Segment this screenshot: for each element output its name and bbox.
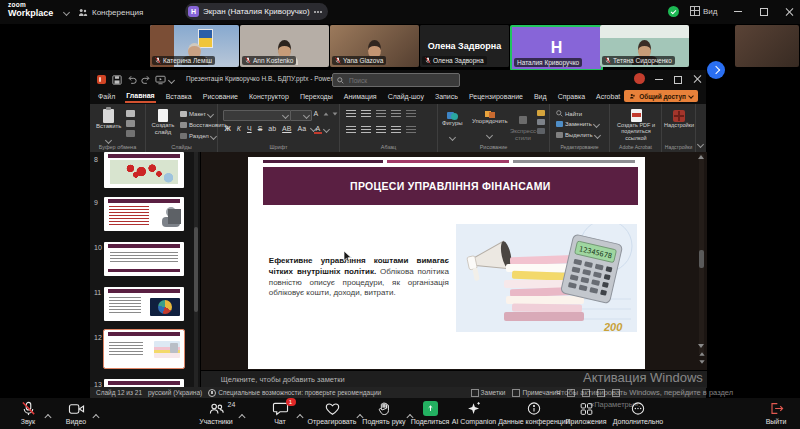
reading-view-icon[interactable] xyxy=(597,389,605,397)
font-size-select[interactable] xyxy=(290,110,312,121)
align-left-icon[interactable] xyxy=(346,126,356,134)
italic-button[interactable]: К xyxy=(235,125,242,132)
decrease-indent-icon[interactable] xyxy=(376,110,386,118)
underline-button[interactable]: Ч xyxy=(245,125,253,132)
copy-icon[interactable] xyxy=(126,120,135,127)
paste-button[interactable]: Вставить xyxy=(96,109,121,147)
window-maximize-button[interactable] xyxy=(760,8,768,16)
next-slide-button[interactable] xyxy=(699,360,704,364)
search-input[interactable] xyxy=(347,76,451,85)
participants-options-chevron[interactable] xyxy=(240,406,245,424)
workspace-chevron-icon[interactable] xyxy=(63,9,70,16)
slide-thumbnail-12-selected[interactable] xyxy=(104,330,184,368)
video-options-chevron[interactable] xyxy=(94,406,99,424)
slide-thumbnail-10[interactable] xyxy=(104,242,184,276)
shapes-button[interactable]: Фигуры xyxy=(442,110,463,144)
tab-screen-share[interactable]: Н Экран (Наталия Криворучко) xyxy=(185,3,328,20)
create-pdf-button[interactable]: Создать PDF и поделиться ссылкой xyxy=(610,109,662,141)
undo-icon[interactable] xyxy=(127,75,137,85)
new-slide-button[interactable]: Создать слайд xyxy=(149,109,177,135)
tab-meeting[interactable]: Конференция xyxy=(78,4,143,20)
slide-thumbnail-13[interactable] xyxy=(104,379,184,387)
slide-canvas[interactable]: ПРОЦЕСИ УПРАВЛІННЯ ФІНАНСАМИ Ефективне у… xyxy=(248,157,645,369)
quick-access-chevron-icon[interactable] xyxy=(168,77,175,84)
menu-tab-review[interactable]: Рецензирование xyxy=(468,91,524,102)
menu-tab-file[interactable]: Файл xyxy=(97,91,116,102)
find-button[interactable]: Найти xyxy=(556,110,582,117)
addins-button[interactable]: Надстройки xyxy=(662,110,696,128)
ppt-restore-button[interactable] xyxy=(674,76,682,84)
replace-button[interactable]: Заменить xyxy=(556,121,599,127)
shape-outline-icon[interactable] xyxy=(537,119,545,125)
columns-icon[interactable] xyxy=(406,126,416,134)
slide-sorter-icon[interactable] xyxy=(582,389,590,397)
menu-tab-slideshow[interactable]: Слайд-шоу xyxy=(387,91,425,102)
participant-tile-active-speaker[interactable]: Н Наталия Криворучко xyxy=(510,25,603,71)
menu-tab-transitions[interactable]: Переходы xyxy=(299,91,334,102)
scroll-up-icon[interactable] xyxy=(698,155,704,159)
leave-button[interactable]: Выйти xyxy=(741,400,800,425)
slide-thumbnail-11[interactable] xyxy=(104,287,184,321)
powerpoint-logo-icon[interactable] xyxy=(97,75,106,84)
character-spacing-button[interactable]: ab xyxy=(267,125,278,132)
notes-toggle-button[interactable]: Заметки xyxy=(471,389,506,397)
security-shield-icon[interactable] xyxy=(668,6,679,17)
save-icon[interactable] xyxy=(112,75,122,85)
ppt-minimize-button[interactable] xyxy=(655,79,663,80)
previous-slide-button[interactable] xyxy=(699,352,704,356)
quick-styles-button[interactable]: Экспресс-стили xyxy=(510,110,536,141)
bold-button[interactable]: Ж xyxy=(223,125,232,132)
format-painter-icon[interactable] xyxy=(126,130,135,137)
view-button[interactable]: Вид xyxy=(690,6,717,16)
share-access-button[interactable]: Общий доступ xyxy=(624,90,698,102)
participant-tile[interactable]: Тетяна Сидорченко xyxy=(600,25,689,67)
cut-icon[interactable] xyxy=(126,110,135,117)
change-case-button[interactable]: Аа xyxy=(296,125,308,132)
slideshow-view-icon[interactable] xyxy=(612,389,620,397)
section-button[interactable]: Раздел xyxy=(180,133,216,139)
participant-tile[interactable]: Yana Glazova xyxy=(330,25,419,67)
accessibility-checker[interactable]: Специальные возможности: проверьте реком… xyxy=(208,389,381,397)
shape-effects-icon[interactable] xyxy=(537,128,545,134)
participant-tile[interactable]: Катерина Леміш xyxy=(150,25,239,67)
video-button[interactable]: Видео xyxy=(41,400,111,425)
participant-tile[interactable]: Ann Kostenko xyxy=(240,25,329,67)
slide-image-books-calculator[interactable]: 12345678 200 xyxy=(456,224,637,332)
increase-font-icon[interactable]: А xyxy=(312,110,320,117)
tab-options-icon[interactable] xyxy=(314,11,316,13)
numbering-icon[interactable] xyxy=(361,110,371,118)
layout-button[interactable]: Макет xyxy=(180,111,213,117)
slide-scrollbar[interactable] xyxy=(699,154,704,354)
next-participants-button[interactable] xyxy=(707,61,725,79)
menu-tab-help[interactable]: Справка xyxy=(557,91,586,102)
font-name-select[interactable] xyxy=(223,110,291,121)
scroll-down-icon[interactable] xyxy=(698,344,704,348)
thumbnail-scrollbar[interactable] xyxy=(194,152,198,387)
strikethrough-button[interactable]: S xyxy=(256,125,264,132)
comments-toggle-button[interactable]: Примечания xyxy=(512,389,560,397)
menu-tab-view[interactable]: Вид xyxy=(533,91,548,102)
redo-icon[interactable] xyxy=(141,75,151,85)
slide-body-textbox[interactable]: Ефективне управління коштами вимагає чіт… xyxy=(269,256,449,299)
participant-tile-partial[interactable] xyxy=(735,25,799,67)
slideshow-icon[interactable] xyxy=(155,75,166,85)
slide-title-box[interactable]: ПРОЦЕСИ УПРАВЛІННЯ ФІНАНСАМИ xyxy=(263,167,638,205)
font-color-button[interactable]: А xyxy=(314,125,322,134)
arrange-button[interactable]: Упорядочить xyxy=(472,110,508,142)
more-button[interactable]: Дополнительно xyxy=(603,400,673,425)
align-center-icon[interactable] xyxy=(361,126,371,134)
menu-tab-design[interactable]: Конструктор xyxy=(248,91,290,102)
normal-view-icon[interactable] xyxy=(567,389,575,397)
increase-indent-icon[interactable] xyxy=(391,110,401,118)
menu-tab-draw[interactable]: Рисование xyxy=(202,91,239,102)
menu-tab-animations[interactable]: Анимация xyxy=(343,91,378,102)
align-right-icon[interactable] xyxy=(376,126,386,134)
notes-pane[interactable]: Щелкните, чтобы добавить заметки xyxy=(201,370,707,388)
slide-thumbnail-8[interactable] xyxy=(104,152,184,188)
collapse-ribbon-icon[interactable] xyxy=(697,141,704,148)
window-minimize-button[interactable] xyxy=(734,11,742,12)
menu-tab-insert[interactable]: Вставка xyxy=(165,91,193,102)
menu-tab-record[interactable]: Запись xyxy=(434,91,459,102)
text-effects-button[interactable]: АВ xyxy=(281,125,293,132)
select-button[interactable]: Выделить xyxy=(556,132,600,138)
